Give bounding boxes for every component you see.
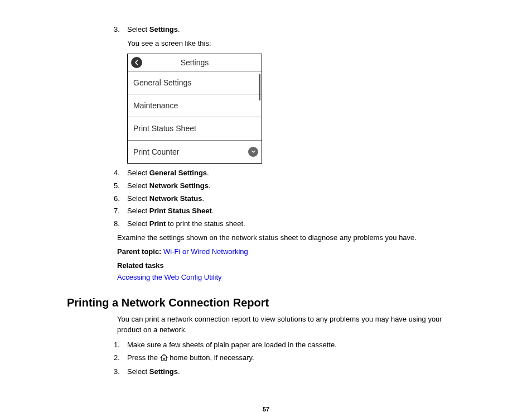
step-6: 6. Select Network Status. bbox=[117, 194, 465, 204]
examine-text: Examine the settings shown on the networ… bbox=[117, 233, 465, 243]
menu-item-maintenance: Maintenance bbox=[128, 94, 262, 117]
menu-item-print-status-sheet: Print Status Sheet bbox=[128, 117, 262, 140]
step-8: 8. Select Print to print the status shee… bbox=[117, 219, 465, 229]
step-text: Select Settings. bbox=[127, 25, 180, 33]
related-task-link[interactable]: Accessing the Web Config Utility bbox=[117, 272, 465, 283]
back-icon bbox=[131, 57, 142, 68]
step-b1: 1. Make sure a few sheets of plain paper… bbox=[117, 340, 465, 351]
step-3: 3. Select Settings. You see a screen lik… bbox=[117, 25, 465, 164]
screenshot-titlebar: Settings bbox=[128, 54, 262, 71]
step-number: 8. bbox=[114, 219, 120, 229]
step-text: Select Network Status. bbox=[127, 194, 204, 203]
step-b2: 2. Press the home button, if necessary. bbox=[117, 353, 465, 365]
step-number: 2. bbox=[114, 353, 120, 363]
step-text: Select Print to print the status sheet. bbox=[127, 219, 245, 228]
step-text: Select Settings. bbox=[127, 367, 180, 376]
step-text: Select Network Settings. bbox=[127, 181, 211, 190]
step-number: 7. bbox=[114, 206, 120, 217]
section-heading: Printing a Network Connection Report bbox=[67, 295, 465, 311]
step-7: 7. Select Print Status Sheet. bbox=[117, 206, 465, 217]
parent-topic: Parent topic: Wi-Fi or Wired Networking bbox=[117, 247, 465, 257]
step-5: 5. Select Network Settings. bbox=[117, 181, 465, 191]
step-number: 5. bbox=[114, 181, 120, 191]
step-number: 3. bbox=[114, 367, 120, 377]
step-b3: 3. Select Settings. bbox=[117, 367, 465, 377]
settings-screenshot: Settings General Settings Maintenance Pr… bbox=[127, 54, 262, 164]
screenshot-title: Settings bbox=[181, 57, 209, 68]
step-text: Make sure a few sheets of plain paper ar… bbox=[127, 341, 337, 349]
step-number: 6. bbox=[114, 194, 120, 204]
parent-topic-link[interactable]: Wi-Fi or Wired Networking bbox=[163, 247, 248, 256]
step-4: 4. Select General Settings. bbox=[117, 168, 465, 179]
home-icon bbox=[160, 354, 168, 365]
step-number: 3. bbox=[114, 25, 120, 35]
step-subtext: You see a screen like this: bbox=[127, 39, 465, 49]
menu-item-general-settings: General Settings bbox=[128, 71, 262, 94]
step-text: Select General Settings. bbox=[127, 169, 209, 177]
section-intro: You can print a network connection repor… bbox=[117, 314, 465, 336]
step-number: 1. bbox=[114, 340, 120, 351]
parent-topic-label: Parent topic: bbox=[117, 247, 163, 256]
step-text: Select Print Status Sheet. bbox=[127, 207, 214, 215]
step-number: 4. bbox=[114, 168, 120, 179]
menu-item-print-counter: Print Counter bbox=[128, 141, 262, 163]
page-number: 57 bbox=[67, 405, 465, 412]
step-text: Press the home button, if necessary. bbox=[127, 353, 254, 362]
chevron-down-icon bbox=[248, 147, 258, 157]
related-tasks-label: Related tasks bbox=[117, 261, 465, 271]
